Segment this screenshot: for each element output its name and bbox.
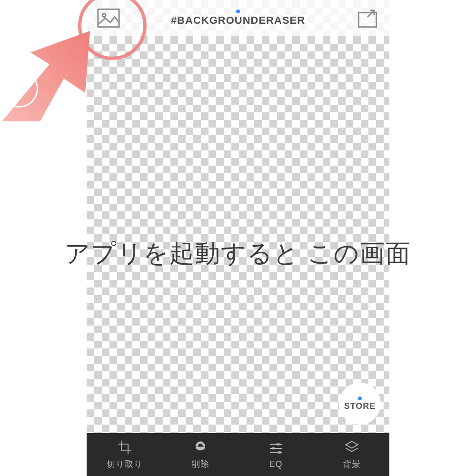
toolbar-crop[interactable]: 切り取り — [87, 433, 162, 476]
screenshot-root: #BACKGROUNDERASER STORE — [0, 0, 476, 476]
share-icon — [354, 5, 381, 31]
store-label: STORE — [344, 401, 376, 411]
toolbar-eq[interactable]: EQ — [238, 433, 314, 476]
erase-icon — [192, 439, 208, 456]
share-button[interactable] — [354, 5, 381, 31]
bottom-toolbar: 切り取り 削除 EQ — [87, 433, 389, 476]
toolbar-background[interactable]: 背景 — [314, 433, 389, 476]
toolbar-background-label: 背景 — [343, 458, 361, 470]
toolbar-erase[interactable]: 削除 — [162, 433, 238, 476]
eq-icon — [268, 440, 284, 456]
svg-rect-7 — [277, 443, 279, 445]
open-gallery-button[interactable] — [95, 5, 122, 31]
svg-marker-12 — [346, 441, 358, 448]
store-button[interactable]: STORE — [339, 383, 381, 425]
gutter-left — [0, 0, 87, 476]
svg-point-1 — [102, 14, 106, 17]
header-title-wrap: #BACKGROUNDERASER — [171, 10, 305, 27]
header-indicator-dot — [236, 10, 240, 13]
image-icon — [95, 5, 122, 31]
app-header: #BACKGROUNDERASER — [87, 0, 389, 36]
layers-icon — [344, 439, 360, 456]
svg-rect-9 — [272, 447, 275, 449]
app-title: #BACKGROUNDERASER — [171, 14, 305, 27]
app-window: #BACKGROUNDERASER STORE — [87, 0, 389, 476]
toolbar-erase-label: 削除 — [191, 458, 209, 470]
svg-line-3 — [367, 10, 374, 17]
crop-icon — [117, 439, 133, 456]
svg-rect-11 — [278, 451, 281, 453]
editing-canvas[interactable]: STORE — [87, 36, 389, 433]
store-indicator-dot — [358, 397, 362, 400]
toolbar-eq-label: EQ — [269, 459, 282, 469]
toolbar-crop-label: 切り取り — [107, 458, 143, 470]
gutter-right — [389, 0, 476, 476]
